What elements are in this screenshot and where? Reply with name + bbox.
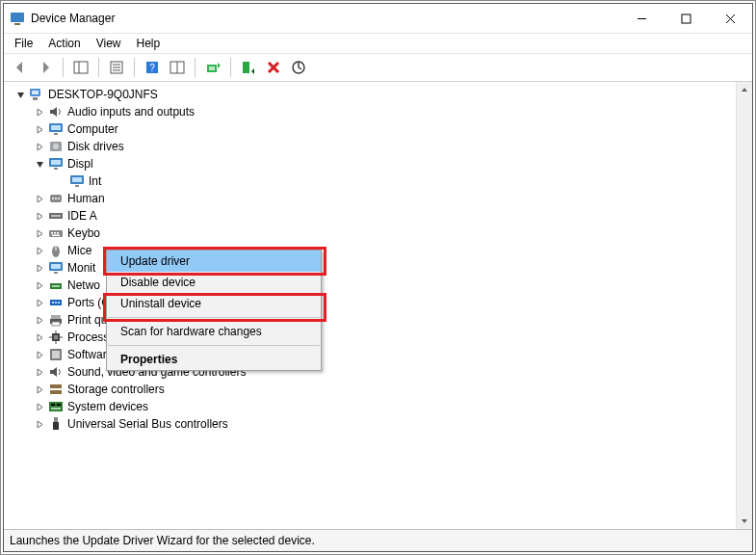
- storage-icon: [48, 382, 64, 397]
- tree-category[interactable]: Computer: [8, 120, 737, 138]
- action-button[interactable]: [167, 57, 188, 78]
- caret-closed-icon[interactable]: [33, 209, 46, 223]
- caret-closed-icon[interactable]: [33, 226, 46, 240]
- tree-category[interactable]: Disk drives: [8, 138, 737, 155]
- svg-rect-66: [52, 351, 60, 358]
- soft-icon: [48, 347, 64, 362]
- caret-closed-icon[interactable]: [33, 330, 46, 344]
- scan-hardware-button[interactable]: [288, 57, 309, 78]
- svg-rect-1: [14, 23, 20, 25]
- tree-item-label: Int: [89, 174, 101, 188]
- tree-category[interactable]: Universal Serial Bus controllers: [8, 415, 737, 433]
- caret-closed-icon[interactable]: [33, 383, 46, 396]
- svg-rect-71: [57, 404, 61, 406]
- titlebar[interactable]: Device Manager: [4, 4, 752, 34]
- menu-action[interactable]: Action: [41, 36, 87, 51]
- close-button[interactable]: [708, 4, 752, 33]
- menu-view[interactable]: View: [90, 36, 128, 51]
- ctx-disable-device[interactable]: Disable device: [107, 272, 321, 293]
- caret-closed-icon[interactable]: [33, 140, 46, 153]
- tree-category[interactable]: Human: [8, 190, 737, 207]
- svg-rect-74: [53, 422, 59, 430]
- svg-rect-6: [74, 62, 88, 73]
- tree-item-label: DESKTOP-9Q0JNFS: [48, 88, 158, 101]
- tree-category[interactable]: IDE A: [8, 207, 737, 225]
- svg-rect-33: [75, 185, 79, 187]
- monitor-icon: [48, 121, 64, 137]
- svg-point-37: [58, 198, 60, 199]
- printer-icon: [48, 312, 64, 328]
- vertical-scrollbar[interactable]: [736, 82, 752, 529]
- maximize-button[interactable]: [664, 4, 708, 33]
- svg-rect-69: [49, 402, 63, 411]
- tree-category[interactable]: System devices: [8, 398, 737, 415]
- usb-icon: [48, 416, 64, 432]
- back-button[interactable]: [10, 57, 31, 78]
- caret-closed-icon[interactable]: [33, 192, 46, 205]
- caret-closed-icon[interactable]: [33, 313, 46, 327]
- caret-closed-icon[interactable]: [33, 400, 46, 413]
- ctx-update-driver[interactable]: Update driver: [107, 251, 321, 272]
- caret-closed-icon[interactable]: [33, 296, 46, 309]
- menu-help[interactable]: Help: [130, 36, 168, 51]
- update-driver-button[interactable]: [202, 57, 223, 78]
- tree-category[interactable]: Storage controllers: [8, 381, 737, 398]
- tree-device-selected[interactable]: Int: [8, 172, 737, 190]
- monitor-icon: [48, 260, 64, 276]
- uninstall-device-button[interactable]: [263, 57, 284, 78]
- menu-file[interactable]: File: [8, 36, 39, 51]
- caret-closed-icon[interactable]: [33, 278, 46, 292]
- caret-closed-icon[interactable]: [33, 244, 46, 257]
- show-hide-tree-button[interactable]: [70, 57, 91, 78]
- ctx-scan-hardware[interactable]: Scan for hardware changes: [107, 321, 321, 342]
- tree-item-label: Displ: [67, 157, 93, 171]
- svg-rect-48: [51, 264, 61, 269]
- screenshot-frame: Device Manager File Action View Help: [0, 0, 756, 555]
- tree-category[interactable]: Audio inputs and outputs: [8, 103, 737, 120]
- svg-rect-22: [33, 97, 38, 100]
- tree-item-label: Human: [67, 192, 105, 205]
- scroll-down-arrow-icon[interactable]: [737, 514, 752, 529]
- tree-category[interactable]: Keybo: [8, 225, 737, 242]
- svg-point-54: [55, 302, 57, 304]
- svg-point-35: [52, 198, 54, 199]
- minimize-button[interactable]: [619, 4, 664, 33]
- tree-item-label: IDE A: [67, 209, 97, 223]
- svg-rect-72: [51, 408, 61, 410]
- forward-button[interactable]: [35, 57, 56, 78]
- speaker-icon: [48, 104, 64, 119]
- hid-icon: [48, 191, 64, 206]
- tree-item-label: Universal Serial Bus controllers: [67, 417, 228, 431]
- enable-device-button[interactable]: [238, 57, 259, 78]
- caret-closed-icon[interactable]: [33, 365, 46, 379]
- monitor-icon: [48, 156, 64, 172]
- svg-rect-17: [209, 66, 215, 70]
- svg-rect-51: [52, 285, 60, 287]
- caret-closed-icon[interactable]: [33, 348, 46, 361]
- ctx-properties[interactable]: Properties: [107, 349, 321, 370]
- status-text: Launches the Update Driver Wizard for th…: [10, 534, 315, 547]
- pc-icon: [29, 87, 44, 102]
- tree-item-label: Netwo: [67, 278, 100, 292]
- context-menu: Update driver Disable device Uninstall d…: [106, 250, 322, 371]
- properties-button[interactable]: [106, 57, 127, 78]
- svg-rect-0: [11, 13, 24, 22]
- caret-closed-icon[interactable]: [33, 417, 46, 431]
- toolbar-separator: [98, 58, 99, 77]
- toolbar-separator: [230, 58, 231, 77]
- svg-rect-56: [51, 315, 61, 319]
- svg-rect-49: [54, 272, 58, 274]
- keyboard-icon: [48, 225, 64, 241]
- help-button[interactable]: ?: [142, 57, 163, 78]
- tree-item-label: Monit: [67, 261, 95, 275]
- caret-open-icon[interactable]: [33, 157, 46, 171]
- caret-closed-icon[interactable]: [33, 105, 46, 119]
- tree-category[interactable]: Displ: [8, 155, 737, 172]
- caret-closed-icon[interactable]: [33, 261, 46, 275]
- tree-root[interactable]: DESKTOP-9Q0JNFS: [8, 86, 737, 103]
- caret-closed-icon[interactable]: [33, 122, 46, 136]
- svg-rect-3: [682, 14, 691, 23]
- caret-open-icon[interactable]: [13, 88, 27, 101]
- scroll-up-arrow-icon[interactable]: [737, 82, 752, 97]
- ctx-uninstall-device[interactable]: Uninstall device: [107, 293, 321, 314]
